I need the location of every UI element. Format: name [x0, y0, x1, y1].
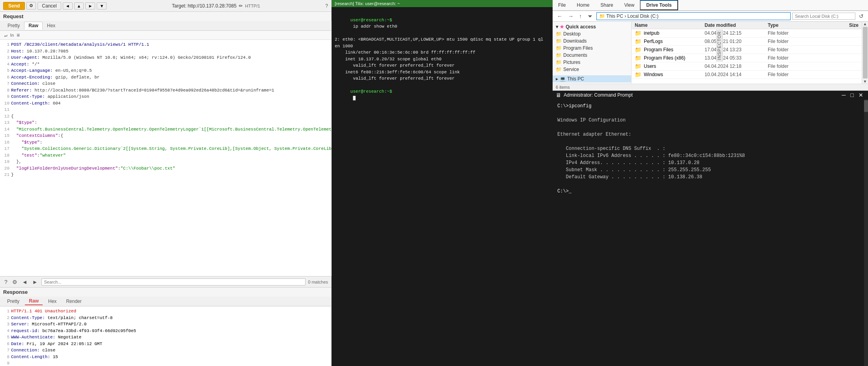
col-header-date[interactable]: Date modified [705, 22, 768, 28]
sidebar-item-this-pc[interactable]: ▸ 💻 This PC [553, 75, 631, 82]
resp-line-9: 9 [3, 360, 328, 366]
file-row-users[interactable]: 📁Users 04.04.2024 12:18 File folder [632, 62, 862, 71]
nav-fwd-explorer-btn[interactable]: → [566, 12, 576, 20]
term-line-2b: en 1000 [335, 43, 549, 50]
nav-up-explorer-btn[interactable]: ↑ [577, 12, 584, 20]
edit-icon[interactable]: ✏ [239, 3, 243, 9]
cmd-content: C:\>ipconfig Windows IP Configuration Et… [553, 99, 868, 366]
response-tab-render[interactable]: Render [62, 298, 85, 305]
folder-icon: 📁 [556, 45, 562, 51]
explorer-panel: File Home Share View Drive Tools ← → ↑ ⏷… [553, 0, 868, 91]
col-header-size[interactable]: Size [819, 22, 859, 28]
sidebar-item-pictures[interactable]: 📁 Pictures [553, 59, 631, 66]
refresh-btn[interactable]: ↺ [857, 12, 866, 20]
ln-label: In [10, 33, 14, 37]
ribbon-tab-share[interactable]: Share [595, 1, 619, 9]
col-header-type[interactable]: Type [768, 22, 819, 28]
file-row-program-files-x86[interactable]: 📁Program Files (x86) 13.04.2024 05:33 Fi… [632, 54, 862, 62]
burp-toolbar: Send ⚙ Cancel ◄ ▲ ► ▼ Target: http://10.… [0, 0, 331, 12]
file-row-windows[interactable]: 📁Windows 10.04.2024 14:14 File folder [632, 71, 862, 79]
search-back-icon[interactable]: ◄ [21, 278, 29, 286]
chevron-right-icon: ▸ [556, 76, 558, 82]
nav-back-button[interactable]: ◄ [63, 2, 73, 9]
cmd-line-ipv4: IPv4 Address. . . . . . . . . . . : 10.1… [557, 159, 859, 166]
ribbon-tab-home[interactable]: Home [571, 1, 595, 9]
resp-line-8: 8 Content-Length: 15 [3, 354, 328, 360]
cmd-controls: ─ □ ✕ [840, 92, 865, 98]
search-fwd-icon[interactable]: ► [31, 278, 39, 286]
file-row-perflogs[interactable]: 📁PerfLogs 08.05.2021 01:20 File folder [632, 37, 862, 46]
help-icon[interactable]: ? [325, 3, 328, 9]
address-path[interactable]: 📁 This PC › Local Disk (C:) [596, 12, 791, 20]
cmd-body[interactable]: C:\>ipconfig Windows IP Configuration Et… [553, 99, 864, 366]
terminal-body[interactable]: user@research:~$ ip addr show eth0 2: et… [332, 7, 553, 366]
gear-settings-button[interactable]: ⚙ [26, 2, 36, 9]
file-list-header: Name Date modified Type Size [632, 22, 862, 29]
scroll-up-btn[interactable]: ▲ [863, 22, 867, 26]
address-path-text: 📁 This PC › Local Disk (C:) [599, 13, 658, 19]
sidebar-item-documents[interactable]: 📁 Documents [553, 52, 631, 59]
cmd-line-ipconfig: C:\>ipconfig [557, 103, 859, 110]
close-button[interactable]: ✕ [857, 92, 865, 98]
response-code-area[interactable]: 1 HTTP/1.1 401 Unauthorized 2 Content-Ty… [0, 306, 331, 366]
computer-icon: 💻 [560, 76, 566, 82]
ribbon-tab-file[interactable]: File [553, 1, 571, 9]
ribbon-tab-drive-tools[interactable]: Drive Tools [640, 0, 678, 10]
search-help-icon[interactable]: ? [3, 278, 9, 286]
http-badge: HTTP/1 [245, 4, 260, 8]
cmd-line-title: Windows IP Configuration [557, 117, 859, 124]
tab-hex[interactable]: Hex [43, 22, 60, 30]
minimize-button[interactable]: ─ [840, 92, 847, 98]
nav-fwd-button[interactable]: ► [85, 2, 95, 9]
nav-recent-btn[interactable]: ⏷ [585, 12, 595, 20]
term-line-7: valid_lft forever preferred_lft forever [335, 75, 549, 82]
ribbon-tab-view[interactable]: View [619, 1, 640, 9]
file-row-inetpub[interactable]: 📁inetpub 04.04.2024 12:15 File folder [632, 29, 862, 37]
resp-line-5: 5 WWW-Authenticate: Negotiate [3, 334, 328, 341]
maximize-button[interactable]: □ [849, 92, 855, 98]
col-header-name[interactable]: Name [635, 22, 705, 28]
quick-access-header[interactable]: ▾ ★ Quick access [553, 23, 631, 30]
search-input[interactable] [41, 278, 306, 286]
sidebar-item-service[interactable]: 📁 Service [553, 66, 631, 73]
explorer-search-input[interactable] [792, 13, 855, 20]
response-tab-pretty[interactable]: Pretty [3, 298, 23, 305]
term-line-2: 2: eth0: <BROADCAST,MULTICAST,UP,LOWER_U… [335, 36, 549, 43]
nav-back-explorer-btn[interactable]: ← [555, 12, 564, 20]
target-url: Target: http://10.137.0.28:7085 [172, 3, 236, 9]
folder-icon: 📁 [556, 67, 562, 72]
sidebar-item-desktop[interactable]: 📁 Desktop [553, 30, 631, 37]
file-list-container: Name Date modified Type Size 📁inetpub 04… [632, 22, 862, 84]
cancel-button[interactable]: Cancel [37, 2, 61, 10]
nav-menu-button[interactable]: ▼ [97, 2, 107, 9]
resp-line-3: 3 Server: Microsoft-HTTPAPI/2.0 [3, 321, 328, 328]
tab-pretty[interactable]: Pretty [3, 22, 24, 30]
file-list: 📁inetpub 04.04.2024 12:15 File folder 📁P… [632, 29, 862, 84]
sidebar-nav: ▾ ★ Quick access 📁 Desktop 📁 Downloads 📁… [553, 22, 632, 84]
nav-up-button[interactable]: ▲ [74, 2, 84, 9]
folder-icon: 📁 [635, 47, 641, 53]
scroll-down-btn[interactable]: ▼ [863, 79, 867, 84]
folder-icon: 📁 [556, 38, 562, 44]
term-line-6: inet6 fe80::216:3eff:fe5e:6c00/64 scope … [335, 69, 549, 76]
file-row-program-files[interactable]: 📁Program Files 17.04.2024 13:23 File fol… [632, 46, 862, 54]
response-label: Response [0, 288, 331, 297]
target-bar: Target: http://10.137.0.28:7085 ✏ HTTP/1 [108, 3, 324, 9]
cmd-scrollbar[interactable] [864, 99, 868, 366]
explorer-scrollbar[interactable]: ▲ ▼ [862, 22, 868, 84]
send-button[interactable]: Send [3, 2, 25, 10]
response-tab-hex[interactable]: Hex [44, 298, 60, 305]
wrap-icon[interactable]: ↵ [3, 32, 9, 39]
folder-icon: 📁 [635, 63, 641, 69]
item-count: 6 items [556, 85, 570, 90]
term-line-3: link/ether 00:16:3e:5e:6c:00 brd ff:ff:f… [335, 49, 549, 56]
tab-raw[interactable]: Raw [24, 22, 43, 30]
response-tab-raw[interactable]: Raw [25, 297, 43, 305]
sidebar-item-downloads[interactable]: 📁 Downloads [553, 37, 631, 45]
folder-icon: 📁 [556, 60, 562, 65]
search-settings-icon[interactable]: ⚙ [11, 278, 19, 286]
sidebar-item-program-files[interactable]: 📁 Program Files [553, 45, 631, 52]
inspector-label: INSPECTOR [716, 30, 723, 62]
menu-icon[interactable]: ≡ [15, 32, 21, 39]
ribbon: File Home Share View Drive Tools [553, 0, 868, 11]
